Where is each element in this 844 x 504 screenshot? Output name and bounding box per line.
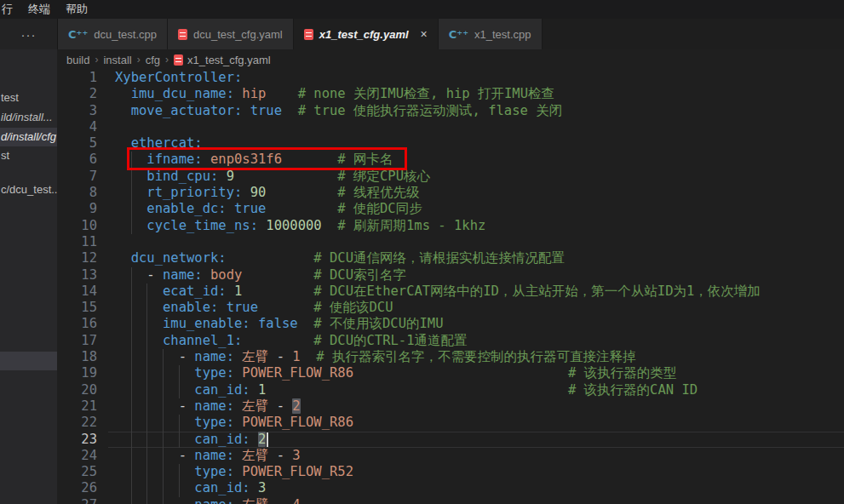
code-line[interactable]: - name: 左臂 - 1 # 执行器索引名字，不需要控制的执行器可直接注释掉: [108, 349, 844, 365]
code-token: 4: [292, 497, 300, 504]
indent-guide: [131, 464, 132, 480]
code-line[interactable]: imu_enable: false # 不使用该DCU的IMU: [108, 316, 844, 332]
code-token: 1: [258, 382, 266, 398]
code-row: 20 can_id: 1 # 该执行器的CAN ID: [57, 382, 844, 398]
code-row: 9 enable_dc: true # 使能DC同步: [57, 201, 844, 217]
indent-guide: [131, 185, 132, 201]
indent-guide: [131, 382, 132, 398]
code-line[interactable]: - name: 左臂 - 2: [108, 398, 844, 415]
code-line[interactable]: [108, 234, 844, 250]
code-token: -: [268, 497, 292, 504]
breadcrumb-item-build[interactable]: build: [66, 54, 89, 66]
code-token: body: [210, 267, 242, 283]
code-token: name:: [194, 398, 234, 414]
code-token: imu_dcu_name:: [131, 86, 234, 101]
code-token: # 使能DC同步: [337, 201, 422, 216]
tab-overflow-button[interactable]: ···: [0, 19, 58, 49]
code-token: cycle_time_ns:: [146, 218, 258, 233]
close-icon[interactable]: ×: [421, 28, 428, 40]
code-token: [203, 267, 210, 283]
indent-guide: [131, 300, 132, 316]
indent-guide: [163, 464, 164, 480]
code-token: [282, 152, 337, 167]
tab-dcu_test_cfg.yaml[interactable]: dcu_test_cfg.yaml: [168, 19, 294, 49]
breadcrumb-item-file[interactable]: x1_test_cfg.yaml: [174, 54, 271, 66]
code-line[interactable]: - name: 左臂 - 4: [108, 497, 844, 504]
tab-x1_test.cpp[interactable]: C⁺⁺x1_test.cpp: [439, 19, 543, 49]
code-row: 10 cycle_time_ns: 1000000 # 刷新周期1ms - 1k…: [57, 218, 844, 234]
code-line[interactable]: type: POWER_FLOW_R86 # 该执行器的类型: [108, 365, 844, 381]
code-line[interactable]: ethercat:: [108, 135, 844, 152]
code-line[interactable]: ifname: enp0s31f6 # 网卡名: [108, 152, 844, 168]
code-token: -: [115, 398, 194, 414]
code-line[interactable]: - name: body # DCU索引名字: [108, 267, 844, 284]
sidebar-item[interactable]: st: [0, 146, 57, 165]
code-token: # DCU在EtherCAT网络中的ID，从主站开始，第一个从站ID为1，依次增…: [313, 284, 760, 299]
code-token: [322, 218, 338, 233]
code-token: [234, 86, 242, 101]
code-line[interactable]: ecat_id: 1 # DCU在EtherCAT网络中的ID，从主站开始，第一…: [108, 284, 844, 300]
sidebar-item[interactable]: test: [0, 89, 57, 107]
line-number: 19: [57, 365, 108, 381]
code-line[interactable]: can_id: 3: [108, 480, 844, 496]
code-token: -: [115, 349, 194, 364]
indent-guide: [146, 497, 147, 504]
indent-guide: [179, 480, 180, 496]
tab-x1_test_cfg.yaml[interactable]: x1_test_cfg.yaml×: [294, 19, 439, 49]
indent-guide: [131, 432, 132, 448]
sidebar-item[interactable]: c/dcu_test...: [0, 180, 57, 199]
indent-guide: [163, 365, 164, 381]
code-line[interactable]: [108, 119, 844, 135]
code-line[interactable]: move_actuator: true # true 使能执行器运动测试, fl…: [108, 103, 844, 119]
code-line[interactable]: channel_1: # DCU的CTRL-1通道配置: [108, 333, 844, 349]
code-row: 5 ethercat:: [57, 135, 844, 152]
code-line[interactable]: bind_cpu: 9 # 绑定CPU核心: [108, 169, 844, 185]
code-token: true: [234, 201, 266, 216]
code-line[interactable]: enable_dc: true # 使能DC同步: [108, 201, 844, 217]
menu-item-帮助[interactable]: 帮助: [58, 0, 95, 19]
code-line[interactable]: can_id: 1 # 该执行器的CAN ID: [108, 382, 844, 398]
code-token: -: [115, 267, 163, 283]
breadcrumb-item-cfg[interactable]: cfg: [146, 54, 160, 66]
menu-item-终端[interactable]: 终端: [20, 0, 58, 19]
code-line[interactable]: cycle_time_ns: 1000000 # 刷新周期1ms - 1khz: [108, 218, 844, 234]
code-line[interactable]: imu_dcu_name: hip # none 关闭IMU检查, hip 打开…: [108, 86, 844, 102]
code-token: [115, 86, 131, 101]
breadcrumb-item-install[interactable]: install: [103, 54, 131, 66]
code-token: can_id:: [194, 480, 250, 495]
code-line[interactable]: rt_priority: 90 # 线程优先级: [108, 185, 844, 201]
code-token: [282, 103, 298, 118]
code-line[interactable]: type: POWER_FLOW_R52: [108, 464, 844, 480]
sidebar-item[interactable]: d/install/cfg: [0, 128, 57, 146]
code-token: 1: [234, 284, 242, 299]
code-line[interactable]: type: POWER_FLOW_R86: [108, 415, 844, 431]
code-token: -: [268, 398, 292, 414]
indent-guide: [163, 432, 164, 448]
code-editor[interactable]: 1XyberController:2 imu_dcu_name: hip # n…: [57, 70, 844, 504]
tab-dcu_test.cpp[interactable]: C⁺⁺dcu_test.cpp: [58, 19, 168, 49]
menu-item-行[interactable]: 行: [0, 0, 20, 19]
code-line[interactable]: XyberController:: [108, 70, 844, 86]
sidebar-selection-bar[interactable]: [0, 352, 57, 370]
indent-guide: [163, 415, 164, 431]
sidebar-item[interactable]: ild/install...: [0, 108, 57, 127]
code-token: false: [258, 316, 298, 331]
line-number: 8: [57, 185, 108, 201]
indent-guide: [146, 284, 147, 300]
code-token: [301, 349, 317, 364]
code-row: 14 ecat_id: 1 # DCU在EtherCAT网络中的ID，从主站开始…: [57, 284, 844, 300]
code-token: 左臂: [242, 497, 268, 504]
code-line[interactable]: enable: true # 使能该DCU: [108, 300, 844, 316]
code-line[interactable]: - name: 左臂 - 3: [108, 448, 844, 464]
code-token: XyberController:: [115, 70, 242, 85]
code-token: # 该执行器的CAN ID: [568, 382, 698, 398]
code-row: 12 dcu_network: # DCU通信网络，请根据实机连接情况配置: [57, 250, 844, 266]
line-number: 15: [57, 300, 108, 316]
code-line[interactable]: can_id: 2: [108, 432, 844, 448]
code-token: # 执行器索引名字，不需要控制的执行器可直接注释掉: [316, 349, 635, 364]
code-line[interactable]: dcu_network: # DCU通信网络，请根据实机连接情况配置: [108, 250, 844, 266]
code-token: 1: [292, 349, 300, 364]
code-row: 19 type: POWER_FLOW_R86 # 该执行器的类型: [57, 365, 844, 381]
indent-guide: [146, 448, 147, 464]
code-token: 3: [292, 448, 300, 463]
